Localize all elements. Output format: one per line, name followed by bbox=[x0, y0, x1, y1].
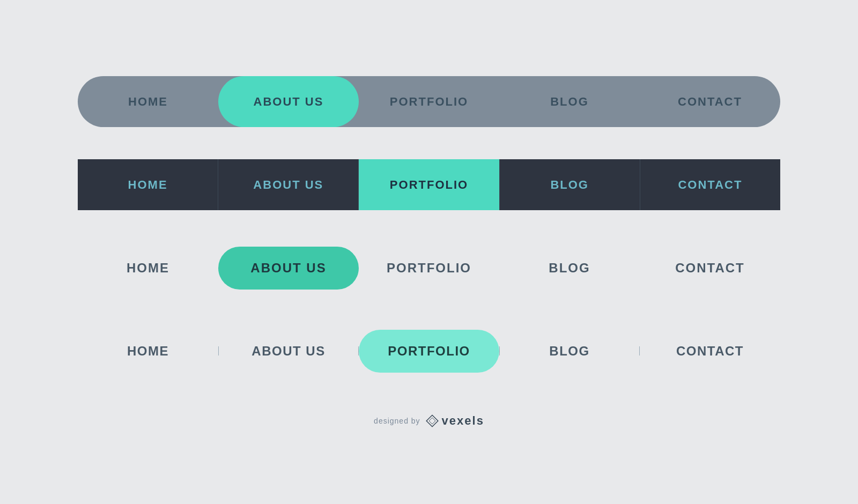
nav1-blog[interactable]: BLOG bbox=[499, 76, 640, 127]
nav3-home[interactable]: HOME bbox=[78, 261, 218, 276]
vexels-brand-text: vexels bbox=[442, 414, 484, 428]
nav3-portfolio[interactable]: PORTFOLIO bbox=[359, 261, 499, 276]
nav3-blog[interactable]: BLOG bbox=[499, 261, 640, 276]
vexels-diamond-icon bbox=[426, 414, 439, 427]
footer: designed by vexels bbox=[374, 414, 484, 428]
nav1-about[interactable]: ABOUT US bbox=[218, 76, 359, 127]
nav-bar-1: HOME ABOUT US PORTFOLIO BLOG CONTACT bbox=[78, 76, 780, 127]
nav4-blog[interactable]: BLOG bbox=[499, 344, 640, 359]
nav-bar-2: HOME ABOUT US PORTFOLIO BLOG CONTACT bbox=[78, 159, 780, 210]
page-wrapper: HOME ABOUT US PORTFOLIO BLOG CONTACT HOM… bbox=[0, 44, 858, 460]
nav-bar-4: HOME ABOUT US PORTFOLIO BLOG CONTACT bbox=[78, 325, 780, 376]
nav1-home[interactable]: HOME bbox=[78, 76, 218, 127]
svg-marker-0 bbox=[426, 415, 438, 427]
nav3-about[interactable]: ABOUT US bbox=[218, 247, 359, 290]
nav-bar-3: HOME ABOUT US PORTFOLIO BLOG CONTACT bbox=[78, 242, 780, 293]
vexels-logo: vexels bbox=[426, 414, 484, 428]
nav4-home[interactable]: HOME bbox=[78, 344, 218, 359]
nav4-contact[interactable]: CONTACT bbox=[640, 344, 780, 359]
nav2-portfolio[interactable]: PORTFOLIO bbox=[359, 159, 499, 210]
nav4-portfolio[interactable]: PORTFOLIO bbox=[359, 330, 499, 373]
nav3-contact[interactable]: CONTACT bbox=[640, 261, 780, 276]
nav2-blog[interactable]: BLOG bbox=[500, 159, 640, 210]
nav2-contact[interactable]: CONTACT bbox=[640, 159, 780, 210]
nav1-contact[interactable]: CONTACT bbox=[640, 76, 780, 127]
nav2-about[interactable]: ABOUT US bbox=[218, 159, 359, 210]
nav1-portfolio[interactable]: PORTFOLIO bbox=[359, 76, 499, 127]
nav2-home[interactable]: HOME bbox=[78, 159, 218, 210]
designed-by-text: designed by bbox=[374, 417, 420, 425]
nav4-about[interactable]: ABOUT US bbox=[218, 344, 359, 359]
svg-marker-1 bbox=[429, 418, 435, 424]
